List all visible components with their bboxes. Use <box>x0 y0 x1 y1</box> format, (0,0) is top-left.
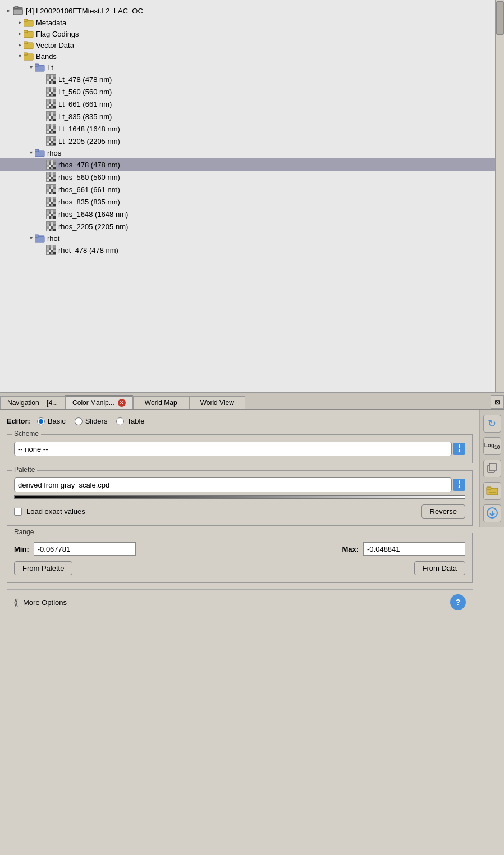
radio-basic[interactable]: Basic <box>37 417 66 425</box>
copy-button[interactable] <box>483 460 501 477</box>
min-input[interactable] <box>34 542 136 556</box>
scrollbar-thumb[interactable] <box>496 1 504 35</box>
lt-label: Lt <box>47 63 53 72</box>
tree-item-metadata[interactable]: Metadata <box>0 17 504 28</box>
tab-color-manip-label: Color Manip... <box>72 399 114 407</box>
lt2205-band-icon <box>46 136 56 146</box>
tree-item-lt835[interactable]: Lt_835 (835 nm) <box>0 110 504 122</box>
scheme-dropdown-wrapper: -- none -- <box>14 442 465 456</box>
scheme-dropdown-arrow[interactable] <box>453 443 465 455</box>
bands-label: Bands <box>36 52 57 61</box>
max-input[interactable] <box>363 542 465 556</box>
bottom-bar: ⟪ More Options ? <box>7 589 473 615</box>
log10-icon: Log10 <box>484 442 500 450</box>
tree-item-bands[interactable]: Bands <box>0 51 504 62</box>
tree-root[interactable]: [4] L20020106ETMtest.L2_LAC_OC <box>0 4 504 17</box>
rhos661-band-icon <box>46 184 56 194</box>
tree-item-rhos661[interactable]: rhos_661 (661 nm) <box>0 183 504 195</box>
lt478-band-icon <box>46 74 56 84</box>
min-label: Min: <box>14 545 29 553</box>
tree-item-lt478[interactable]: Lt_478 (478 nm) <box>0 73 504 85</box>
scrollbar-vertical[interactable] <box>495 0 504 392</box>
tab-world-map[interactable]: World Map <box>133 396 189 409</box>
bands-arrow-icon <box>16 52 24 60</box>
tree-item-rhos1648[interactable]: rhos_1648 (1648 nm) <box>0 208 504 220</box>
lt478-label: Lt_478 (478 nm) <box>58 75 112 84</box>
tree-panel: [4] L20020106ETMtest.L2_LAC_OC Metadata … <box>0 0 504 393</box>
tab-navigation[interactable]: Navigation – [4... <box>0 396 65 409</box>
load-exact-checkbox[interactable] <box>14 508 22 516</box>
rhot-folder-icon <box>35 234 45 243</box>
palette-dropdown-arrow[interactable] <box>453 479 465 491</box>
tab-restore-button[interactable]: ⊠ <box>491 395 504 409</box>
tree-item-rhot478[interactable]: rhot_478 (478 nm) <box>0 244 504 256</box>
tree-item-lt661[interactable]: Lt_661 (661 nm) <box>0 98 504 110</box>
svg-rect-8 <box>24 42 28 44</box>
rhot478-label: rhot_478 (478 nm) <box>58 246 118 254</box>
from-palette-button[interactable]: From Palette <box>14 561 72 575</box>
tree-item-rhos560[interactable]: rhos_560 (560 nm) <box>0 171 504 183</box>
metadata-label: Metadata <box>36 19 66 27</box>
lt835-label: Lt_835 (835 nm) <box>58 112 112 121</box>
lt1648-band-icon <box>46 124 56 134</box>
rhos560-band-icon <box>46 172 56 182</box>
bands-folder-icon <box>24 52 34 61</box>
tree-item-lt560[interactable]: Lt_560 (560 nm) <box>0 85 504 98</box>
scheme-dropdown[interactable]: -- none -- <box>14 442 452 456</box>
range-group: Range Min: Max: From Palette From Data <box>7 533 473 583</box>
lt1648-leaf-icon <box>38 125 46 133</box>
tree-item-flag-codings[interactable]: Flag Codings <box>0 28 504 39</box>
load-exact-left: Load exact values <box>14 507 85 516</box>
palette-value: derived from gray_scale.cpd <box>18 481 109 489</box>
rhos835-label: rhos_835 (835 nm) <box>58 198 120 206</box>
tree-item-vector-data[interactable]: Vector Data <box>0 39 504 51</box>
lt2205-label: Lt_2205 (2205 nm) <box>58 137 120 145</box>
tab-color-manip[interactable]: Color Manip... ✕ <box>65 395 133 409</box>
tab-world-view[interactable]: World View <box>189 396 245 409</box>
load-exact-row: Load exact values Reverse <box>14 504 465 519</box>
tree-item-rhot[interactable]: rhot <box>0 233 504 244</box>
radio-sliders[interactable]: Sliders <box>75 417 108 425</box>
tree-item-lt1648[interactable]: Lt_1648 (1648 nm) <box>0 122 504 135</box>
from-data-button[interactable]: From Data <box>414 561 465 575</box>
reverse-button[interactable]: Reverse <box>421 504 465 519</box>
rhos2205-label: rhos_2205 (2205 nm) <box>58 222 128 231</box>
import-button[interactable] <box>483 504 501 522</box>
radio-table[interactable]: Table <box>116 417 144 425</box>
palette-dropdown[interactable]: derived from gray_scale.cpd <box>14 477 452 492</box>
rhos661-label: rhos_661 (661 nm) <box>58 185 120 194</box>
tree-item-rhos478[interactable]: rhos_478 (478 nm) <box>0 158 504 171</box>
more-options-button[interactable]: ⟪ More Options <box>13 597 67 608</box>
rhot478-leaf-icon <box>38 246 46 254</box>
range-row: Min: Max: <box>14 542 465 556</box>
metadata-arrow-icon <box>16 19 24 26</box>
tree-item-lt2205[interactable]: Lt_2205 (2205 nm) <box>0 135 504 147</box>
color-panel: ↻ Log10 <box>0 410 504 621</box>
vector-data-folder-icon <box>24 40 34 49</box>
lt661-leaf-icon <box>38 100 46 108</box>
help-button[interactable]: ? <box>450 594 466 610</box>
import-icon <box>486 507 498 520</box>
scheme-legend: Scheme <box>12 430 41 438</box>
rhos-folder-icon <box>35 148 45 157</box>
svg-rect-16 <box>35 235 39 237</box>
radio-sliders-label: Sliders <box>85 417 108 425</box>
tree-item-rhos[interactable]: rhos <box>0 147 504 158</box>
open-file-button[interactable] <box>483 482 501 500</box>
tree-item-lt[interactable]: Lt <box>0 62 504 73</box>
tab-close-button[interactable]: ✕ <box>118 399 126 407</box>
rhos2205-leaf-icon <box>38 222 46 230</box>
rhos835-band-icon <box>46 197 56 207</box>
svg-rect-18 <box>489 463 496 471</box>
lt835-band-icon <box>46 111 56 121</box>
rhos661-leaf-icon <box>38 185 46 193</box>
lt835-leaf-icon <box>38 112 46 120</box>
rhos-label: rhos <box>47 149 61 157</box>
refresh-button[interactable]: ↻ <box>483 415 501 433</box>
log10-button[interactable]: Log10 <box>483 437 501 455</box>
tree-item-rhos835[interactable]: rhos_835 (835 nm) <box>0 195 504 208</box>
tree-item-rhos2205[interactable]: rhos_2205 (2205 nm) <box>0 220 504 233</box>
rhos1648-leaf-icon <box>38 210 46 218</box>
radio-table-circle <box>116 417 124 425</box>
lt560-label: Lt_560 (560 nm) <box>58 88 112 96</box>
